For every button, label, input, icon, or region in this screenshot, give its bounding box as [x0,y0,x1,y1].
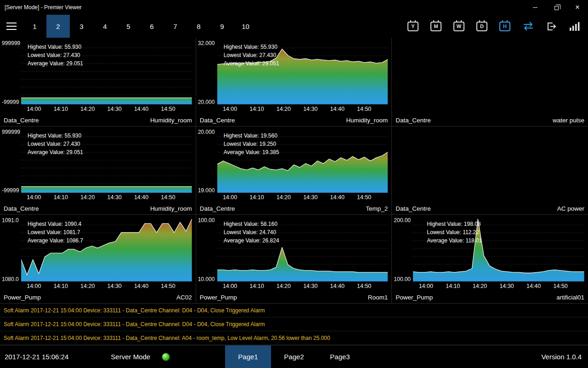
chart-plot-area[interactable] [413,129,584,193]
stat-highest: Highest Value: 19.560 [224,132,279,140]
tab-page1[interactable]: Page1 [225,345,271,368]
device-name: Power_Pump [4,294,41,301]
page-tab-9[interactable]: 9 [210,15,234,38]
stat-lowest: Lowest Value: 19.250 [224,140,279,148]
window-title: [Server Mode] - Premier Viewer [0,4,525,11]
close-button[interactable]: × [567,0,588,15]
chart-plot-area[interactable]: Highest Value: 55.930 Lowest Value: 27.4… [21,40,192,104]
status-bar: 2017-12-21 15:06:24 Server Mode Page1 Pa… [0,345,588,368]
page-tab-10[interactable]: 10 [234,15,257,38]
page-tab-7[interactable]: 7 [164,15,187,38]
x-axis-tick-label: 14:40 [526,283,541,289]
panel-footer: Data_Centre Temp_2 [196,203,392,214]
panel-footer: Data_Centre water pulse [392,115,588,126]
title-bar: [Server Mode] - Premier Viewer × [0,0,588,15]
y-axis-max-label: 999999 [2,129,20,135]
chart-stats: Highest Value: 19.560 Lowest Value: 19.2… [224,132,279,156]
chart-plot-area[interactable]: Highest Value: 198.08 Lowest Value: 112.… [413,217,584,282]
toolbar-icons: Y M W D H [407,22,588,31]
chart-panel: 100.00 10.000 Highest Value: 58.160 Lowe… [196,215,392,304]
page-tab-8[interactable]: 8 [187,15,210,38]
x-axis-tick-label: 14:20 [80,194,95,201]
refresh-sync-icon[interactable] [522,22,534,31]
page-tab-1[interactable]: 1 [23,15,46,38]
x-axis-tick-label: 14:30 [499,283,514,289]
version-label: Version 1.0.4 [541,353,588,361]
chart-plot-area[interactable]: Highest Value: 1090.4 Lowest Value: 1081… [21,217,192,282]
statistics-icon[interactable] [569,22,580,31]
x-axis-tick-label: 14:10 [54,106,68,112]
bottom-page-tabs: Page1 Page2 Page3 [225,345,363,368]
x-axis-tick-label: 14:30 [303,106,317,112]
y-axis: 200.00 100.00 [392,217,413,282]
x-axis-tick-label: 14:50 [161,194,175,201]
stat-average: Average Value: 29.051 [28,148,83,156]
stat-average: Average Value: 29.051 [224,59,279,68]
page-tab-6[interactable]: 6 [140,15,164,38]
nav-bar: 1 2 3 4 5 6 7 8 9 10 Y M W D H [0,15,588,38]
panel-footer: Data_Centre Humidity_room [0,115,196,126]
x-axis-tick-label: 14:50 [161,106,175,112]
restore-button[interactable] [546,0,567,15]
chart-stats: Highest Value: 55.930 Lowest Value: 27.4… [224,43,279,68]
x-axis-tick-label: 14:00 [419,283,433,289]
chart-panel: Data_Centre AC power [392,126,588,215]
panel-footer: Power_Pump AC02 [0,292,196,303]
device-name: Data_Centre [200,117,235,124]
alarm-row[interactable]: Soft Alarm 2017-12-21 15:04:00 Device: 3… [0,331,588,345]
channel-name: AC power [557,205,584,212]
stat-average: Average Value: 19.385 [224,148,279,156]
year-view-icon[interactable]: Y [407,22,418,31]
x-axis-tick-label: 14:30 [107,283,122,289]
y-axis: 999999 -99999 [0,40,21,104]
chart-panel: 32.000 20.000 Highest Value: 55.930 Lowe… [196,38,392,126]
month-view-icon[interactable]: M [430,22,441,31]
hour-view-icon[interactable]: H [499,22,510,31]
channel-name: water pulse [553,117,584,124]
x-axis-tick-label: 14:10 [249,194,264,201]
x-axis-tick-label: 14:20 [80,106,95,112]
stat-highest: Highest Value: 55.930 [28,43,83,51]
channel-name: Room1 [368,294,388,301]
export-exit-icon[interactable] [546,22,557,31]
tab-page2[interactable]: Page2 [271,345,317,368]
x-axis-tick-label: 14:20 [277,283,291,289]
page-tab-2[interactable]: 2 [46,15,70,38]
page-tab-3[interactable]: 3 [70,15,93,38]
chart-plot-area[interactable]: Highest Value: 55.930 Lowest Value: 27.4… [217,40,388,104]
stat-lowest: Lowest Value: 27.430 [28,140,83,148]
tab-page3[interactable]: Page3 [317,345,363,368]
panel-footer: Data_Centre Humidity_room [0,203,196,214]
chart-plot-area[interactable]: Highest Value: 19.560 Lowest Value: 19.2… [217,129,388,193]
x-axis-tick-label: 14:20 [80,283,95,289]
page-tab-4[interactable]: 4 [93,15,117,38]
device-name: Data_Centre [4,117,39,124]
x-axis-tick-label: 14:00 [223,106,237,112]
day-view-icon[interactable]: D [476,22,487,31]
x-axis-ticks [413,193,584,203]
alarm-row[interactable]: Soft Alarm 2017-12-21 15:04:00 Device: 3… [0,304,588,317]
chart-panel: 20.000 19.000 Highest Value: 19.560 Lowe… [196,126,392,215]
minimize-button[interactable] [525,0,546,15]
x-axis-tick-label: 14:00 [223,283,237,289]
stat-highest: Highest Value: 198.08 [427,220,482,228]
y-axis-max-label: 1091.0 [2,217,19,224]
x-axis-ticks [413,104,584,115]
menu-button[interactable] [0,15,23,38]
chart-plot-area[interactable]: Highest Value: 55.930 Lowest Value: 27.4… [21,129,192,193]
page-tab-5[interactable]: 5 [117,15,140,38]
stat-highest: Highest Value: 55.930 [28,132,83,140]
stat-highest: Highest Value: 55.930 [224,43,279,51]
chart-plot-area[interactable] [413,40,584,104]
y-axis: 100.00 10.000 [196,217,217,282]
server-mode-label: Server Mode [111,353,150,361]
chart-panel: 999999 -99999 Highest Value: 55.930 Lowe… [0,38,196,126]
x-axis-tick-label: 14:40 [330,283,345,289]
week-view-icon[interactable]: W [453,22,464,31]
x-axis-ticks: 14:0014:1014:2014:3014:4014:50 [217,193,388,203]
alarm-row[interactable]: Soft Alarm 2017-12-21 15:04:00 Device: 3… [0,317,588,331]
x-axis-ticks: 14:0014:1014:2014:3014:4014:50 [21,193,192,203]
device-name: Data_Centre [396,117,431,124]
x-axis-tick-label: 14:30 [107,106,122,112]
chart-plot-area[interactable]: Highest Value: 58.160 Lowest Value: 24.7… [217,217,388,282]
